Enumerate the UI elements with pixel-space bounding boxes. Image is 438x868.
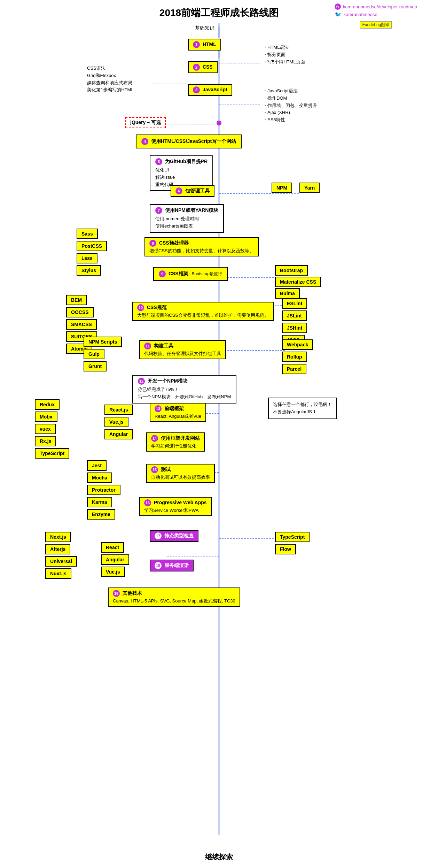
node-n6: 6 包管理工具 bbox=[171, 185, 214, 197]
node-n10: 10 CSS规范 大型前端项目的CSS会变得非常混乱，难以维护，需要使用规范。 bbox=[132, 302, 274, 321]
grunt-box: Grunt bbox=[84, 361, 107, 371]
webpack-label: Webpack bbox=[282, 339, 313, 350]
node-n14: 14 使用框架开发网站 学习如何进行性能优化 bbox=[146, 432, 205, 452]
node-n15: 15 测试 自动化测试可以有效提高效率 bbox=[146, 464, 215, 483]
node-html: 1 HTML bbox=[188, 39, 221, 51]
npm-label: NPM bbox=[272, 183, 292, 193]
ts2-box: TypeScript bbox=[275, 532, 310, 542]
n17-box: 17 静态类型检查 bbox=[150, 530, 198, 542]
vuejs2-box: Vue.js bbox=[101, 567, 125, 577]
parcel-label: Parcel bbox=[282, 364, 306, 374]
basics-label: 基础知识 bbox=[195, 25, 214, 31]
vuex-label: vuex bbox=[35, 424, 56, 434]
node-n4: 4 使用HTML/CSS/JavaScript写一个网站 bbox=[136, 135, 242, 148]
html-box: 1 HTML bbox=[188, 39, 221, 51]
num5: 5 bbox=[155, 158, 162, 165]
stylus-label: Stylus bbox=[77, 265, 101, 276]
vuejs-box: Vue.js bbox=[104, 417, 128, 427]
num9: 9 bbox=[159, 270, 166, 277]
bem-box: BEM bbox=[66, 295, 87, 305]
less-label: Less bbox=[77, 253, 97, 263]
twitter-row: 🐦 kamranahmedse bbox=[335, 11, 417, 18]
reactjs-label: React.js bbox=[104, 405, 133, 415]
stylus-box: Stylus bbox=[77, 265, 101, 276]
nuxtjs-box: Nuxt.js bbox=[45, 568, 71, 579]
num19: 19 bbox=[113, 590, 120, 597]
jslint-label: JSLint bbox=[282, 310, 307, 321]
vuejs2-label: Vue.js bbox=[101, 567, 125, 577]
universal-box: Universal bbox=[45, 556, 77, 567]
materialize-box: Materialize CSS bbox=[275, 277, 321, 287]
js-box: 3 JavaScript bbox=[188, 84, 232, 96]
eslint-box: ESLint bbox=[282, 298, 307, 309]
parcel-box: Parcel bbox=[282, 364, 306, 374]
footer-text: 继续探索 bbox=[0, 842, 438, 868]
materialize-label: Materialize CSS bbox=[275, 277, 321, 287]
rollup-box: Rollup bbox=[282, 352, 307, 362]
num7: 7 bbox=[155, 207, 162, 214]
connection-lines bbox=[0, 23, 438, 859]
universal-label: Universal bbox=[45, 556, 77, 567]
html-tips: ・HTML语法 ・拆分页面 ・写5个纯HTML页面 bbox=[263, 44, 305, 66]
n9-box: 9 CSS框架 Bootstrap最流行 bbox=[153, 267, 228, 281]
webpack-box: Webpack bbox=[282, 339, 313, 350]
num3: 3 bbox=[193, 86, 200, 93]
node-js: 3 JavaScript bbox=[188, 84, 232, 96]
protractor-box: Protractor bbox=[87, 485, 120, 495]
num6: 6 bbox=[175, 187, 182, 194]
jest-label: Jest bbox=[87, 460, 107, 471]
github-row: ⊙ kamranahmedse/developer-roadmap bbox=[335, 3, 417, 10]
vuejs-label: Vue.js bbox=[104, 417, 128, 427]
bootstrap-box: Bootstrap bbox=[275, 265, 308, 276]
angular2-label: Angular bbox=[101, 554, 129, 565]
afterjs-box: Afterjs bbox=[45, 544, 70, 554]
mobx-box: Mobx bbox=[35, 412, 57, 422]
typescript-box: TypeScript bbox=[35, 448, 69, 459]
n4-box: 4 使用HTML/CSS/JavaScript写一个网站 bbox=[136, 135, 242, 148]
afterjs-label: Afterjs bbox=[45, 544, 70, 554]
n16-box: 16 Progressive Web Apps 学习Service Worker… bbox=[139, 497, 212, 516]
jquery-box: jQuery – 可选 bbox=[125, 117, 166, 128]
redux-label: Redux bbox=[35, 399, 60, 410]
bem-label: BEM bbox=[66, 295, 87, 305]
callout-box: 选择任意一个都行，没毛病！ 不要选择AngularJS 1 bbox=[268, 398, 337, 419]
nextjs-box: Next.js bbox=[45, 532, 71, 542]
gulp-box: Gulp bbox=[84, 349, 104, 359]
twitter-icon: 🐦 bbox=[335, 11, 342, 18]
vuex-box: vuex bbox=[35, 424, 56, 434]
ts2-label: TypeScript bbox=[275, 532, 310, 542]
rxjs-box: Rx.js bbox=[35, 436, 56, 446]
enzyme-label: Enzyme bbox=[87, 509, 115, 520]
num16: 16 bbox=[144, 499, 151, 506]
n15-box: 15 测试 自动化测试可以有效提高效率 bbox=[146, 464, 215, 483]
github-icon: ⊙ bbox=[335, 3, 341, 10]
css-tips: CSS语法 Grid和Flexbox 媒体查询和响应式布局 美化第1步编写的HT… bbox=[87, 65, 134, 94]
bootstrap-label: Bootstrap bbox=[275, 265, 308, 276]
n6-box: 6 包管理工具 bbox=[171, 185, 214, 197]
oocss-box: OOCSS bbox=[66, 307, 94, 317]
sass-label: Sass bbox=[77, 229, 98, 239]
node-n18: 18 服务端渲染 bbox=[150, 560, 194, 571]
postcss-label: PostCSS bbox=[77, 241, 107, 251]
grunt-label: Grunt bbox=[84, 361, 107, 371]
css-box: 2 CSS bbox=[188, 61, 218, 73]
num12: 12 bbox=[138, 378, 145, 385]
mocha-label: Mocha bbox=[87, 473, 112, 483]
jslint-box: JSLint bbox=[282, 310, 307, 321]
github-text: kamranahmedse/developer-roadmap bbox=[343, 4, 417, 9]
num4: 4 bbox=[141, 138, 148, 145]
npm-box: NPM bbox=[272, 183, 292, 193]
num14: 14 bbox=[151, 435, 158, 442]
karma-label: Karma bbox=[87, 497, 112, 507]
redux-box: Redux bbox=[35, 399, 60, 410]
n11-box: 11 构建工具 代码校验、任务管理以及文件打包工具 bbox=[139, 340, 226, 359]
npmscripts-label: NPM Scripts bbox=[84, 337, 122, 347]
sass-box: Sass bbox=[77, 229, 98, 239]
page-container: ⊙ kamranahmedse/developer-roadmap 🐦 kamr… bbox=[0, 0, 438, 868]
num15: 15 bbox=[151, 466, 158, 473]
reactjs-box: React.js bbox=[104, 405, 133, 415]
karma-box: Karma bbox=[87, 497, 112, 507]
node-css: 2 CSS bbox=[188, 61, 218, 73]
node-n12: 12 开发一个NPM模块 你已经完成了75%！ 写一个NPM模块，开源到GitH… bbox=[132, 375, 236, 404]
jshint-label: JSHint bbox=[282, 323, 307, 333]
